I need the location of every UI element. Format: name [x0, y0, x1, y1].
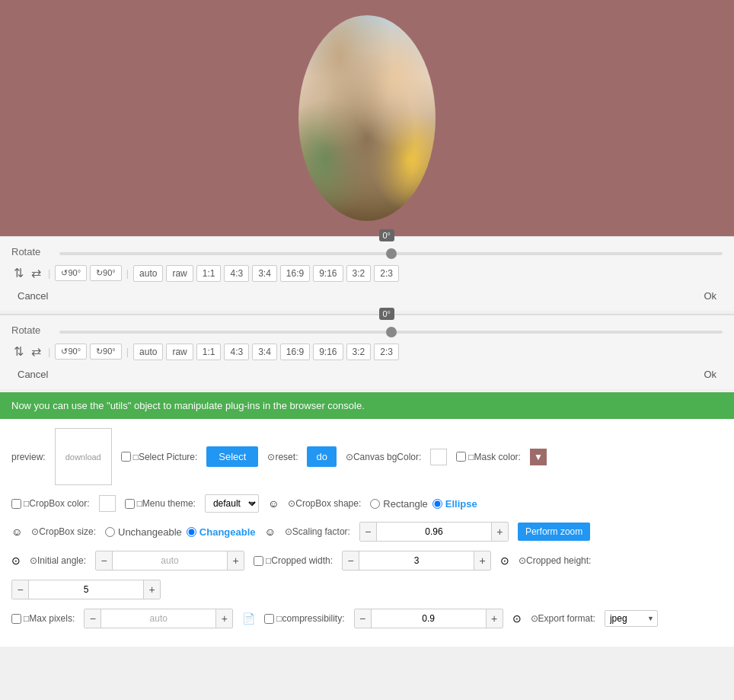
ratio-1-1-1[interactable]: 1:1 — [196, 265, 222, 282]
rotate-ccw-btn-2[interactable]: ↺90° — [55, 344, 87, 360]
menu-theme-select-wrapper: default dark light — [205, 494, 259, 513]
perform-zoom-button[interactable]: Perform zoom — [518, 523, 590, 541]
ratio-3-2-1[interactable]: 3:2 — [346, 265, 372, 282]
ellipse-label: Ellipse — [445, 498, 477, 510]
rectangle-radio[interactable] — [370, 499, 380, 509]
ratio-auto-2[interactable]: auto — [133, 344, 163, 360]
canvas-bg-color-label: ⊙Canvas bgColor: — [346, 452, 421, 462]
flip-v-btn-2[interactable]: ⇅ — [11, 342, 26, 361]
info-banner: Now you can use the "utils" object to ma… — [0, 392, 734, 419]
cropped-width-plus[interactable]: + — [474, 551, 490, 570]
rotate-row-1: Rotate 0° — [11, 243, 723, 257]
do-button[interactable]: do — [307, 446, 336, 467]
ratio-raw-2[interactable]: raw — [166, 344, 193, 360]
cancel-btn-2[interactable]: Cancel — [11, 366, 54, 383]
initial-angle-value[interactable] — [113, 551, 227, 570]
slider-container-2: 0° — [59, 324, 723, 336]
rotate-label-2: Rotate — [11, 324, 53, 336]
compressibility-value[interactable]: 0.9 — [372, 609, 486, 628]
export-format-label: ⊙Export format: — [531, 613, 595, 624]
rotate-cw-btn-2[interactable]: ↻90° — [90, 344, 122, 360]
menu-theme-select[interactable]: default dark light — [205, 494, 259, 513]
ratio-auto-1[interactable]: auto — [133, 265, 163, 282]
cropbox-shape-radio-group: Rectangle Ellipse — [370, 498, 477, 510]
compressibility-label[interactable]: □compressibility: — [264, 613, 344, 624]
cropped-width-minus[interactable]: − — [343, 551, 359, 570]
cropped-height-minus[interactable]: − — [12, 580, 29, 599]
rotate-slider-1[interactable] — [59, 252, 723, 255]
image-preview-area — [0, 0, 734, 236]
cropped-width-value[interactable]: 3 — [359, 551, 474, 570]
ratio-16-9-1[interactable]: 16:9 — [280, 265, 310, 282]
cropped-width-checkbox[interactable] — [254, 556, 263, 566]
mask-color-checkbox[interactable] — [456, 452, 466, 462]
reset-label: ⊙reset: — [267, 452, 298, 462]
scaling-factor-label: ⊙Scaling factor: — [285, 526, 350, 537]
max-pixels-input-group: − + — [84, 609, 233, 628]
ratio-4-3-2[interactable]: 4:3 — [224, 344, 249, 360]
scaling-factor-minus[interactable]: − — [360, 523, 377, 541]
rotate-ccw-btn-1[interactable]: ↺90° — [55, 265, 87, 281]
compressibility-plus[interactable]: + — [486, 609, 503, 628]
compressibility-minus[interactable]: − — [355, 609, 372, 628]
ratio-raw-1[interactable]: raw — [166, 265, 193, 282]
ok-btn-1[interactable]: Ok — [697, 287, 723, 305]
control-row-3: ☺ ⊙CropBox size: Unchangeable Changeable… — [11, 522, 723, 542]
menu-theme-label[interactable]: □Menu theme: — [125, 498, 196, 509]
cropped-height-plus[interactable]: + — [143, 580, 160, 599]
cropbox-color-swatch[interactable] — [99, 495, 116, 512]
select-picture-label[interactable]: □Select Picture: — [121, 452, 198, 462]
ratio-3-4-2[interactable]: 3:4 — [252, 344, 277, 360]
ratio-9-16-1[interactable]: 9:16 — [313, 265, 343, 282]
ratio-1-1-2[interactable]: 1:1 — [196, 344, 222, 360]
flip-v-btn-1[interactable]: ⇅ — [11, 264, 26, 283]
ellipse-radio[interactable] — [432, 499, 442, 509]
changeable-option[interactable]: Changeable — [187, 526, 256, 538]
mask-color-dropdown[interactable]: ▼ — [530, 449, 547, 465]
initial-angle-label: ⊙Initial angle: — [30, 555, 86, 566]
ratio-2-3-1[interactable]: 2:3 — [374, 265, 399, 282]
ratio-16-9-2[interactable]: 16:9 — [280, 344, 310, 360]
initial-angle-minus[interactable]: − — [96, 551, 113, 570]
max-pixels-label[interactable]: □Max pixels: — [11, 613, 75, 624]
unchangeable-option[interactable]: Unchangeable — [105, 526, 182, 538]
rotate-cw-btn-1[interactable]: ↻90° — [90, 265, 122, 281]
max-pixels-checkbox[interactable] — [11, 614, 21, 624]
initial-angle-plus[interactable]: + — [227, 551, 244, 570]
select-picture-checkbox[interactable] — [121, 452, 131, 462]
ratio-3-4-1[interactable]: 3:4 — [252, 265, 277, 282]
cropbox-color-checkbox[interactable] — [11, 499, 21, 509]
scaling-factor-value[interactable]: 0.96 — [377, 523, 491, 541]
rectangle-option[interactable]: Rectangle — [370, 498, 428, 510]
ratio-2-3-2[interactable]: 2:3 — [374, 344, 399, 360]
cropbox-color-label[interactable]: □CropBox color: — [11, 498, 90, 509]
menu-theme-checkbox[interactable] — [125, 499, 135, 509]
flip-h-btn-1[interactable]: ⇄ — [29, 264, 43, 283]
cropped-height-value[interactable]: 5 — [29, 580, 143, 599]
max-pixels-value[interactable] — [101, 609, 215, 628]
max-pixels-minus[interactable]: − — [85, 609, 101, 628]
export-format-icon: ⊙ — [512, 612, 522, 625]
ok-btn-2[interactable]: Ok — [697, 366, 723, 383]
ellipse-option[interactable]: Ellipse — [432, 498, 477, 510]
select-button[interactable]: Select — [206, 446, 258, 467]
cropbox-size-radio-group: Unchangeable Changeable — [105, 526, 256, 538]
mask-color-label[interactable]: □Mask color: — [456, 452, 521, 462]
cropped-width-input-group: − 3 + — [342, 551, 491, 571]
canvas-bg-color-swatch[interactable] — [430, 449, 447, 465]
action-row-1: Cancel Ok — [11, 287, 723, 305]
rotate-bubble-2: 0° — [379, 308, 395, 320]
controls-panel-1: Rotate 0° ⇅ ⇄ | ↺90° ↻90° | auto raw 1:1… — [0, 236, 734, 311]
compressibility-checkbox[interactable] — [264, 614, 274, 624]
scaling-factor-plus[interactable]: + — [491, 523, 508, 541]
unchangeable-radio[interactable] — [105, 527, 115, 537]
max-pixels-plus[interactable]: + — [215, 609, 232, 628]
rotate-slider-2[interactable] — [59, 331, 723, 334]
ratio-4-3-1[interactable]: 4:3 — [224, 265, 249, 282]
changeable-radio[interactable] — [187, 527, 196, 537]
flip-h-btn-2[interactable]: ⇄ — [29, 342, 43, 361]
export-format-select[interactable]: jpeg png webp — [605, 610, 658, 627]
cancel-btn-1[interactable]: Cancel — [11, 287, 54, 305]
ratio-9-16-2[interactable]: 9:16 — [313, 344, 343, 360]
ratio-3-2-2[interactable]: 3:2 — [346, 344, 372, 360]
